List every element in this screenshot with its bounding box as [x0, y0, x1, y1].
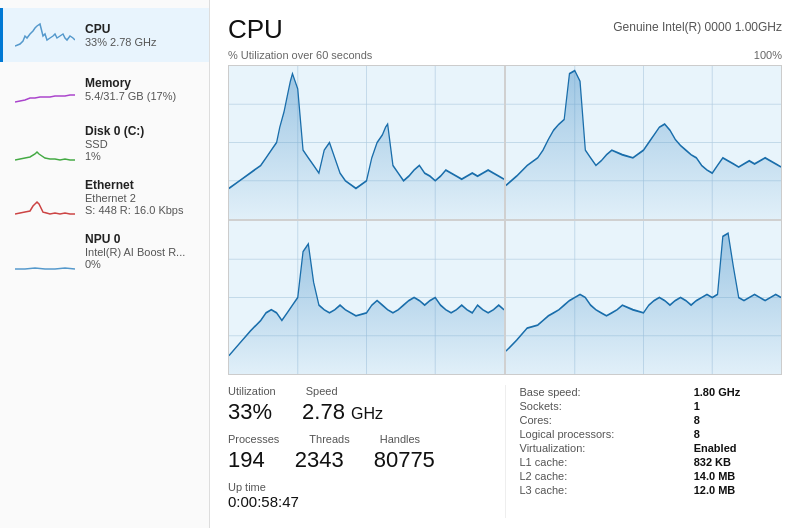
- spec-label: L2 cache:: [516, 469, 690, 483]
- percent-label: 100%: [754, 49, 782, 61]
- spec-row: L2 cache:14.0 MB: [516, 469, 783, 483]
- spec-value: 1: [690, 399, 782, 413]
- sidebar-item-cpu[interactable]: CPU 33% 2.78 GHz: [0, 8, 209, 62]
- utilization-label: % Utilization over 60 seconds: [228, 49, 372, 61]
- chart-bottom-left: [229, 221, 504, 374]
- chart-top-right: [506, 66, 781, 219]
- spec-value: 8: [690, 413, 782, 427]
- spec-value: 14.0 MB: [690, 469, 782, 483]
- spec-label: Cores:: [516, 413, 690, 427]
- disk-sidebar-info: Disk 0 (C:) SSD 1%: [85, 124, 144, 162]
- threads-label: Threads: [309, 433, 349, 445]
- utilization-stat-label: Utilization: [228, 385, 276, 397]
- sidebar-item-disk[interactable]: Disk 0 (C:) SSD 1%: [0, 116, 209, 170]
- spec-value: Enabled: [690, 441, 782, 455]
- spec-value: 8: [690, 427, 782, 441]
- main-header: CPU Genuine Intel(R) 0000 1.00GHz: [228, 14, 782, 45]
- memory-label: Memory: [85, 76, 176, 90]
- npu-sublabel2: 0%: [85, 258, 185, 270]
- handles-label: Handles: [380, 433, 420, 445]
- spec-label: Sockets:: [516, 399, 690, 413]
- processes-label: Processes: [228, 433, 279, 445]
- sidebar-item-npu[interactable]: NPU 0 Intel(R) AI Boost R... 0%: [0, 224, 209, 278]
- disk-label: Disk 0 (C:): [85, 124, 144, 138]
- npu-sublabel1: Intel(R) AI Boost R...: [85, 246, 185, 258]
- proc-thread-handle-labels: Processes Threads Handles: [228, 433, 495, 445]
- cpu-sublabel: 33% 2.78 GHz: [85, 36, 157, 48]
- spec-value: 12.0 MB: [690, 483, 782, 497]
- sidebar: CPU 33% 2.78 GHz Memory 5.4/31.7 GB (17%…: [0, 0, 210, 528]
- disk-sublabel1: SSD: [85, 138, 144, 150]
- util-speed-values: 33% 2.78 GHz: [228, 399, 495, 425]
- npu-mini-chart: [15, 232, 75, 270]
- spec-label: L1 cache:: [516, 455, 690, 469]
- cpu-charts: [228, 65, 782, 375]
- spec-label: L3 cache:: [516, 483, 690, 497]
- stats-right: Base speed:1.80 GHzSockets:1Cores:8Logic…: [505, 385, 783, 518]
- cpu-mini-chart: [15, 16, 75, 54]
- spec-label: Virtualization:: [516, 441, 690, 455]
- handles-value: 80775: [374, 447, 435, 473]
- ethernet-sublabel2: S: 448 R: 16.0 Kbps: [85, 204, 183, 216]
- spec-label: Logical processors:: [516, 427, 690, 441]
- main-panel: CPU Genuine Intel(R) 0000 1.00GHz % Util…: [210, 0, 800, 528]
- sidebar-item-ethernet[interactable]: Ethernet Ethernet 2 S: 448 R: 16.0 Kbps: [0, 170, 209, 224]
- ethernet-label: Ethernet: [85, 178, 183, 192]
- uptime-value: 0:00:58:47: [228, 493, 495, 510]
- spec-label: Base speed:: [516, 385, 690, 399]
- page-title: CPU: [228, 14, 283, 45]
- ethernet-mini-chart: [15, 178, 75, 216]
- spec-row: Logical processors:8: [516, 427, 783, 441]
- threads-value: 2343: [295, 447, 344, 473]
- ethernet-sublabel1: Ethernet 2: [85, 192, 183, 204]
- cpu-label: CPU: [85, 22, 157, 36]
- npu-label: NPU 0: [85, 232, 185, 246]
- proc-thread-handle-values: 194 2343 80775: [228, 447, 495, 473]
- memory-sublabel: 5.4/31.7 GB (17%): [85, 90, 176, 102]
- spec-row: L3 cache:12.0 MB: [516, 483, 783, 497]
- spec-row: L1 cache:832 KB: [516, 455, 783, 469]
- spec-row: Sockets:1: [516, 399, 783, 413]
- proc-thread-handle-group: Processes Threads Handles 194 2343 80775: [228, 433, 495, 473]
- speed-stat-label: Speed: [306, 385, 338, 397]
- uptime-label: Up time: [228, 481, 495, 493]
- spec-row: Virtualization:Enabled: [516, 441, 783, 455]
- stats-row: Utilization Speed 33% 2.78 GHz Processes…: [228, 385, 782, 518]
- chart-top-left: [229, 66, 504, 219]
- spec-table: Base speed:1.80 GHzSockets:1Cores:8Logic…: [516, 385, 783, 497]
- processes-value: 194: [228, 447, 265, 473]
- sidebar-item-memory[interactable]: Memory 5.4/31.7 GB (17%): [0, 62, 209, 116]
- chart-bottom-right: [506, 221, 781, 374]
- util-speed-group: Utilization Speed 33% 2.78 GHz: [228, 385, 495, 425]
- stats-left: Utilization Speed 33% 2.78 GHz Processes…: [228, 385, 495, 518]
- disk-sublabel2: 1%: [85, 150, 144, 162]
- utilization-value: 33%: [228, 399, 272, 425]
- ethernet-sidebar-info: Ethernet Ethernet 2 S: 448 R: 16.0 Kbps: [85, 178, 183, 216]
- memory-sidebar-info: Memory 5.4/31.7 GB (17%): [85, 76, 176, 102]
- spec-value: 1.80 GHz: [690, 385, 782, 399]
- memory-mini-chart: [15, 70, 75, 108]
- spec-value: 832 KB: [690, 455, 782, 469]
- disk-mini-chart: [15, 124, 75, 162]
- chart-label-row: % Utilization over 60 seconds 100%: [228, 49, 782, 61]
- processor-name: Genuine Intel(R) 0000 1.00GHz: [613, 14, 782, 34]
- cpu-sidebar-info: CPU 33% 2.78 GHz: [85, 22, 157, 48]
- npu-sidebar-info: NPU 0 Intel(R) AI Boost R... 0%: [85, 232, 185, 270]
- util-speed-labels: Utilization Speed: [228, 385, 495, 397]
- spec-row: Cores:8: [516, 413, 783, 427]
- uptime-group: Up time 0:00:58:47: [228, 481, 495, 510]
- speed-value: 2.78 GHz: [302, 399, 383, 425]
- spec-row: Base speed:1.80 GHz: [516, 385, 783, 399]
